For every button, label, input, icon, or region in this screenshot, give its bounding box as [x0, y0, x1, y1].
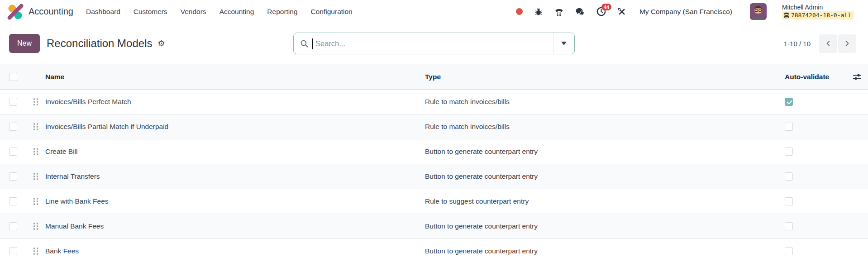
activity-clock-icon[interactable]: 44 — [596, 7, 606, 16]
table-row[interactable]: Invoices/Bills Perfect MatchRule to matc… — [0, 90, 868, 114]
new-button[interactable]: New — [9, 34, 40, 53]
drag-handle-icon[interactable] — [33, 248, 38, 255]
pager-next-button[interactable] — [838, 34, 856, 53]
reconciliation-models-list: Name Type Auto-validate Invoices/Bills P… — [0, 64, 868, 262]
tools-icon[interactable] — [617, 7, 626, 16]
activity-count-badge: 44 — [601, 4, 611, 10]
drag-handle-icon[interactable] — [33, 148, 38, 155]
row-select-checkbox[interactable] — [9, 148, 17, 156]
main-menu: Dashboard Customers Vendors Accounting R… — [86, 8, 353, 16]
caret-down-icon — [561, 42, 567, 45]
table-row[interactable]: Invoices/Bills Partial Match if Underpai… — [0, 114, 868, 139]
odoo-logo-icon[interactable] — [7, 4, 24, 20]
gear-icon[interactable]: ⚙ — [157, 39, 165, 48]
chevron-left-icon — [825, 40, 831, 47]
user-menu[interactable]: Mitchell Admin 78874204-18-0-all — [782, 4, 854, 19]
user-avatar[interactable] — [750, 3, 767, 20]
select-all-checkbox[interactable] — [9, 73, 17, 81]
menu-customers[interactable]: Customers — [134, 8, 167, 16]
column-header-auto-validate[interactable]: Auto-validate — [783, 73, 846, 81]
search-input[interactable] — [294, 33, 553, 54]
row-select-checkbox[interactable] — [9, 98, 17, 106]
pager: 1-10 / 10 — [784, 34, 856, 53]
table-row[interactable]: Line with Bank FeesRule to suggest count… — [0, 189, 868, 214]
row-name: Create Bill — [45, 148, 425, 156]
row-type: Button to generate counterpart entry — [425, 247, 783, 255]
row-select-checkbox[interactable] — [9, 197, 17, 205]
row-name: Internal Transfers — [45, 172, 425, 181]
pager-previous-button[interactable] — [819, 34, 837, 53]
top-navbar: Accounting Dashboard Customers Vendors A… — [0, 0, 868, 23]
database-badge: 78874204-18-0-all — [782, 11, 854, 19]
row-select-checkbox[interactable] — [9, 172, 17, 181]
auto-validate-checkbox[interactable] — [785, 123, 793, 131]
drag-handle-icon[interactable] — [33, 198, 38, 205]
table-row[interactable]: Internal TransfersButton to generate cou… — [0, 164, 868, 189]
auto-validate-checkbox[interactable] — [785, 247, 793, 255]
row-type: Button to generate counterpart entry — [425, 172, 783, 181]
row-name: Invoices/Bills Partial Match if Underpai… — [45, 123, 425, 131]
database-name: 78874204-18-0-all — [791, 12, 851, 19]
chat-icon[interactable] — [575, 7, 585, 16]
pager-range: 1-10 / 10 — [784, 40, 811, 48]
page-title: Reconciliation Models — [47, 37, 152, 50]
table-row[interactable]: Bank FeesButton to generate counterpart … — [0, 239, 868, 262]
app-title[interactable]: Accounting — [29, 6, 73, 17]
row-select-checkbox[interactable] — [9, 123, 17, 131]
row-type: Rule to match invoices/bills — [425, 98, 783, 106]
auto-validate-checkbox[interactable] — [785, 172, 793, 181]
bug-icon[interactable] — [534, 7, 543, 16]
auto-validate-checkbox[interactable] — [785, 197, 793, 205]
drag-handle-icon[interactable] — [33, 123, 38, 130]
row-select-checkbox[interactable] — [9, 247, 17, 255]
row-type: Button to generate counterpart entry — [425, 148, 783, 156]
control-panel: New Reconciliation Models ⚙ 1-10 / 10 — [0, 23, 868, 64]
column-header-type[interactable]: Type — [425, 73, 783, 81]
column-header-name[interactable]: Name — [45, 73, 425, 81]
drag-handle-icon[interactable] — [33, 98, 38, 105]
row-name: Invoices/Bills Perfect Match — [45, 98, 425, 106]
drag-handle-icon[interactable] — [33, 173, 38, 180]
text-cursor — [312, 38, 313, 49]
menu-configuration[interactable]: Configuration — [311, 8, 353, 16]
phone-icon[interactable] — [554, 7, 564, 16]
table-header: Name Type Auto-validate — [0, 64, 868, 90]
search-icon — [300, 40, 308, 48]
chevron-right-icon — [844, 40, 850, 47]
auto-validate-checkbox[interactable] — [785, 222, 793, 230]
row-name: Line with Bank Fees — [45, 197, 425, 205]
table-row[interactable]: Create BillButton to generate counterpar… — [0, 139, 868, 164]
menu-accounting[interactable]: Accounting — [219, 8, 254, 16]
menu-reporting[interactable]: Reporting — [267, 8, 297, 16]
record-dot-icon[interactable] — [516, 8, 523, 15]
table-row[interactable]: Manual Bank FeesButton to generate count… — [0, 214, 868, 239]
menu-dashboard[interactable]: Dashboard — [86, 8, 120, 16]
row-name: Bank Fees — [45, 247, 425, 255]
column-options-button[interactable] — [846, 73, 868, 81]
row-type: Rule to match invoices/bills — [425, 123, 783, 131]
drag-handle-icon[interactable] — [33, 223, 38, 230]
database-icon — [784, 12, 789, 19]
search-dropdown-toggle[interactable] — [553, 33, 574, 54]
row-select-checkbox[interactable] — [9, 222, 17, 230]
company-switcher[interactable]: My Company (San Francisco) — [639, 8, 732, 16]
search-bar — [293, 33, 575, 54]
row-type: Button to generate counterpart entry — [425, 222, 783, 230]
row-type: Rule to suggest counterpart entry — [425, 197, 783, 205]
menu-vendors[interactable]: Vendors — [181, 8, 206, 16]
auto-validate-checkbox[interactable] — [785, 98, 793, 106]
user-name: Mitchell Admin — [782, 4, 823, 11]
sliders-icon — [853, 73, 862, 81]
auto-validate-checkbox[interactable] — [785, 148, 793, 156]
table-body: Invoices/Bills Perfect MatchRule to matc… — [0, 90, 868, 262]
row-name: Manual Bank Fees — [45, 222, 425, 230]
